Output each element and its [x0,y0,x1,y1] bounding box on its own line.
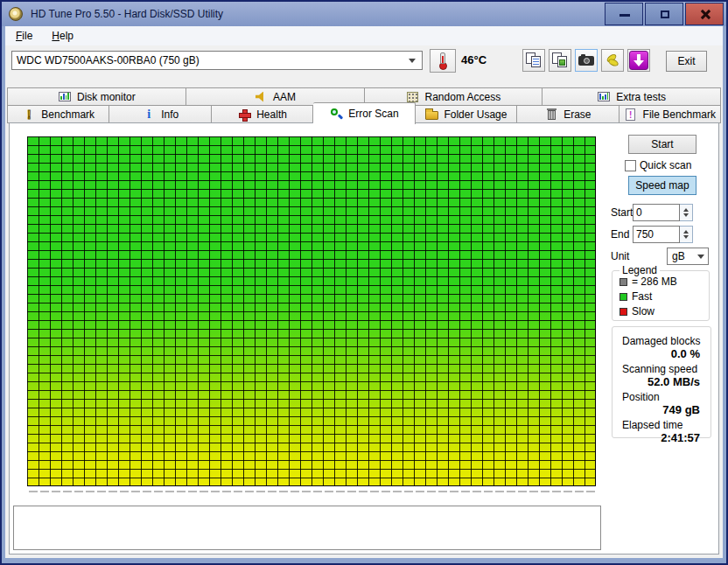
start-field-spinner[interactable] [680,204,693,221]
tab-file-benchmark[interactable]: ! File Benchmark [620,105,721,123]
client-area: File Help WDC WD7500AAKS-00RBA0 (750 gB)… [5,26,723,558]
tab-label: Folder Usage [444,108,507,121]
speaker-icon [254,90,268,104]
tab-label: Benchmark [41,108,94,121]
error-scan-panel: Start Quick scan Speed map Start End Uni… [9,122,719,555]
tab-row-2: ! Benchmark i Info Health Error Scan Fol… [7,105,721,123]
tab-extra-tests[interactable]: Extra tests [542,87,721,105]
scan-output-box [13,506,601,550]
save-icon [629,51,648,70]
fast-swatch [620,293,627,301]
copy-text-icon [526,52,542,68]
end-field-label: End [611,228,629,241]
scanning-speed-value: 52.0 MB/s [612,375,710,388]
stats-box: Damaged blocks 0.0 % Scanning speed 52.0… [612,326,711,438]
tab-info[interactable]: i Info [109,105,211,123]
tab-label: Health [256,108,287,121]
chevron-down-icon [697,255,704,259]
speed-map-partial-row [27,491,596,492]
maximize-button[interactable] [645,3,683,25]
copy-image-icon [552,52,568,68]
benchmark-icon: ! [22,108,36,122]
menu-help[interactable]: Help [43,27,82,45]
temperature-button[interactable] [430,49,456,73]
minimize-button[interactable] [605,3,643,25]
copy-image-button[interactable] [549,49,571,72]
tab-error-scan[interactable]: Error Scan [313,102,415,124]
unit-select-value: gB [672,250,685,262]
tab-benchmark[interactable]: ! Benchmark [7,105,109,123]
unit-field-label: Unit [611,250,629,262]
tab-label: Error Scan [348,108,398,120]
drive-selector[interactable]: WDC WD7500AAKS-00RBA0 (750 gB) [11,51,423,70]
elapsed-time-value: 2:41:57 [612,431,710,444]
titlebar: HD Tune Pro 5.50 - Hard Disk/SSD Utility [2,2,726,26]
spin-down-icon [683,235,689,239]
damaged-blocks-label: Damaged blocks [612,335,710,347]
start-button[interactable]: Start [628,135,696,154]
app-window: HD Tune Pro 5.50 - Hard Disk/SSD Utility… [0,0,728,565]
maximize-icon [661,10,669,18]
trash-icon [544,108,558,122]
tab-label: Disk monitor [77,91,136,103]
menu-file[interactable]: File [7,27,41,45]
tab-label: Erase [564,108,591,121]
screenshot-button[interactable] [575,49,598,72]
speed-map [27,136,596,486]
end-field-input[interactable] [633,226,680,243]
minimize-icon [620,14,630,17]
spin-down-icon [683,213,689,217]
elapsed-time-label: Elapsed time [612,419,710,431]
window-title: HD Tune Pro 5.50 - Hard Disk/SSD Utility [31,8,223,20]
start-field-input[interactable] [633,204,680,221]
support-button[interactable] [601,49,624,72]
end-field-spinner[interactable] [680,226,693,243]
app-icon [9,7,23,21]
exit-button[interactable]: Exit [666,51,707,72]
slow-label: Slow [632,305,654,317]
quick-scan-checkbox[interactable] [625,160,636,171]
thermometer-icon [439,52,447,70]
legend-title: Legend [620,264,660,276]
position-label: Position [612,391,710,403]
slow-swatch [620,308,627,316]
disk-monitor-icon [58,90,72,104]
tab-label: Random Access [425,91,501,103]
unit-select[interactable]: gB [667,248,709,265]
start-field-label: Start [611,206,633,219]
speed-map-button[interactable]: Speed map [628,176,696,195]
quick-scan-label: Quick scan [640,159,691,171]
magnifier-icon [329,107,343,121]
close-button[interactable] [685,3,724,25]
copy-text-button[interactable] [522,49,545,72]
file-benchmark-icon: ! [624,108,638,122]
position-value: 749 gB [612,403,710,416]
tab-label: AAM [273,91,296,103]
folder-icon [424,108,438,122]
drive-selector-value: WDC WD7500AAKS-00RBA0 (750 gB) [17,54,200,66]
block-size-swatch [620,278,627,286]
tab-label: Extra tests [616,91,666,103]
fast-label: Fast [632,290,652,303]
tab-folder-usage[interactable]: Folder Usage [416,105,517,123]
tab-label: File Benchmark [643,108,716,121]
legend-box: Legend = 286 MB Fast Slow [612,270,710,321]
health-cross-icon [237,108,251,122]
damaged-blocks-value: 0.0 % [612,347,710,360]
chevron-down-icon [409,59,416,63]
info-icon: i [142,108,156,122]
block-size-label: = 286 MB [632,276,677,288]
menubar: File Help [5,26,723,45]
tab-disk-monitor[interactable]: Disk monitor [7,87,186,105]
tab-erase[interactable]: Erase [517,105,619,123]
camera-icon [578,56,594,66]
tab-label: Info [161,108,178,121]
temperature-value: 46°C [461,53,486,66]
extra-tests-icon [597,90,611,104]
hands-icon [605,53,620,67]
spin-up-icon [683,208,689,212]
scanning-speed-label: Scanning speed [612,363,710,375]
save-button[interactable] [627,49,650,72]
spin-up-icon [683,230,689,234]
tab-health[interactable]: Health [212,105,313,123]
